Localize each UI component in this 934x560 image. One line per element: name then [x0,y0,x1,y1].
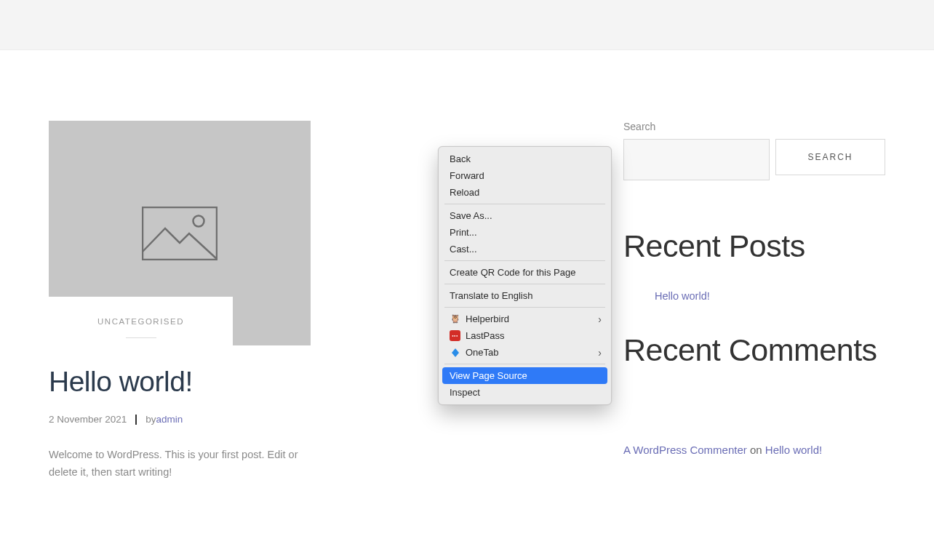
menu-item-label: Inspect [450,387,480,398]
context-menu: BackForwardReloadSave As...Print...Cast.… [438,146,612,405]
svg-rect-0 [143,207,217,260]
image-placeholder-icon [142,207,217,260]
post-excerpt: Welcome to WordPress. This is your first… [49,447,300,481]
menu-item-view-page-source[interactable]: View Page Source [442,367,607,384]
search-input[interactable] [623,139,770,180]
menu-item-label: Translate to English [450,290,532,301]
helperbird-icon: 🦉 [450,313,466,324]
post-title[interactable]: Hello world! [49,366,311,398]
menu-item-lastpass[interactable]: LastPass [442,327,607,344]
byline-separator [135,415,137,425]
comment-on-text: on [747,444,765,456]
post-byline: 2 November 2021 by admin [49,414,311,425]
recent-post-link[interactable]: Hello world! [655,290,885,302]
menu-divider [444,364,605,364]
post-author-link[interactable]: admin [156,414,183,425]
menu-item-onetab[interactable]: OneTab› [442,344,607,361]
search-widget: Search SEARCH [623,121,885,180]
menu-item-label: OneTab [466,347,499,358]
menu-item-translate-to-english[interactable]: Translate to English [442,287,607,304]
menu-item-label: LastPass [466,330,504,341]
search-row: SEARCH [623,139,885,180]
menu-item-forward[interactable]: Forward [442,167,607,184]
menu-item-label: Create QR Code for this Page [450,267,575,278]
post-meta-box: UNCATEGORISED [49,297,233,345]
menu-item-create-qr-code-for-this-page[interactable]: Create QR Code for this Page [442,264,607,281]
menu-item-label: Save As... [450,210,492,221]
comment-author-link[interactable]: A WordPress Commenter [623,444,747,456]
menu-divider [444,204,605,204]
menu-divider [444,260,605,261]
menu-item-label: Print... [450,227,477,238]
post-category[interactable]: UNCATEGORISED [49,317,233,326]
by-label: by [145,414,156,425]
recent-posts-heading: Recent Posts [623,228,885,264]
chevron-right-icon: › [598,347,602,359]
menu-item-helperbird[interactable]: 🦉Helperbird› [442,311,607,327]
lastpass-icon [450,330,466,341]
menu-item-cast[interactable]: Cast... [442,241,607,257]
search-button[interactable]: SEARCH [775,139,885,175]
svg-point-1 [193,215,204,226]
menu-item-print[interactable]: Print... [442,224,607,241]
menu-item-save-as[interactable]: Save As... [442,207,607,224]
menu-item-label: Cast... [450,244,477,255]
menu-item-label: View Page Source [450,370,527,381]
divider [126,337,156,338]
post-featured-image[interactable]: UNCATEGORISED [49,121,311,345]
menu-item-label: Helperbird [466,313,509,324]
menu-item-back[interactable]: Back [442,151,607,167]
menu-item-inspect[interactable]: Inspect [442,384,607,401]
menu-divider [444,284,605,284]
comment-post-link[interactable]: Hello world! [765,444,822,456]
post-article: UNCATEGORISED Hello world! 2 November 20… [49,121,311,481]
sidebar: Search SEARCH Recent Posts Hello world! … [623,121,885,481]
menu-item-reload[interactable]: Reload [442,184,607,201]
recent-comment-item: A WordPress Commenter on Hello world! [623,444,885,456]
recent-comments-heading: Recent Comments [623,332,885,368]
menu-divider [444,307,605,308]
header-bar [0,0,934,50]
chevron-right-icon: › [598,313,602,325]
menu-item-label: Back [450,153,471,164]
menu-item-label: Reload [450,187,479,198]
menu-item-label: Forward [450,170,484,181]
search-label: Search [623,121,885,132]
post-date: 2 November 2021 [49,414,127,425]
onetab-icon [450,347,466,358]
